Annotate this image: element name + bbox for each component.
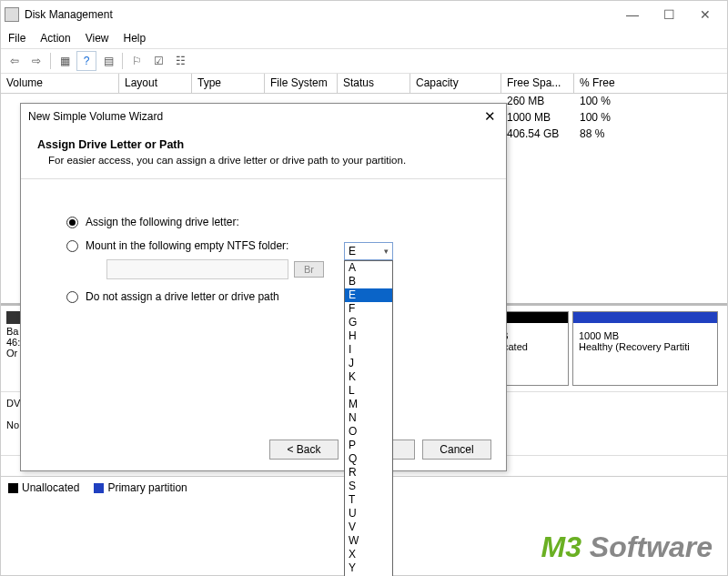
- legend-primary-swatch: [94, 483, 104, 493]
- option-mount-folder[interactable]: Mount in the following empty NTFS folder…: [66, 239, 470, 252]
- help-icon[interactable]: ?: [76, 51, 96, 71]
- drive-letter-option[interactable]: H: [345, 329, 392, 343]
- legend-unallocated-swatch: [8, 483, 18, 493]
- col-filesystem[interactable]: File System: [265, 74, 338, 93]
- partition-recovery[interactable]: 1000 MB Healthy (Recovery Partiti: [572, 311, 718, 386]
- drive-letter-option[interactable]: Q: [345, 452, 392, 466]
- browse-button: Br: [294, 261, 324, 278]
- minimize-button[interactable]: —: [614, 1, 651, 28]
- drive-letter-option[interactable]: P: [345, 439, 392, 452]
- drive-letter-option[interactable]: X: [345, 548, 392, 561]
- window-title: Disk Management: [25, 8, 614, 21]
- forward-icon[interactable]: ⇨: [26, 51, 46, 71]
- wizard-title: New Simple Volume Wizard: [28, 110, 480, 123]
- col-volume[interactable]: Volume: [1, 74, 119, 93]
- drive-letter-option[interactable]: W: [345, 534, 392, 548]
- cell-pctfree: 88 %: [574, 126, 638, 143]
- drive-letter-option[interactable]: V: [345, 520, 392, 534]
- toolbar: ⇦ ⇨ ▦ ? ▤ ⚐ ☑ ☷: [1, 48, 727, 74]
- drive-letter-value: E: [349, 245, 356, 258]
- check-icon[interactable]: ☑: [148, 51, 168, 71]
- cell-freespace: 260 MB: [501, 94, 574, 110]
- titlebar: Disk Management — ☐ ✕: [1, 1, 727, 28]
- col-pctfree[interactable]: % Free: [574, 74, 727, 93]
- app-icon: [5, 7, 19, 22]
- watermark: M3 Software: [541, 531, 713, 564]
- properties-icon[interactable]: ▤: [98, 51, 118, 71]
- option-assign-letter[interactable]: Assign the following drive letter:: [66, 216, 470, 228]
- back-button[interactable]: < Back: [269, 440, 339, 460]
- action-icon[interactable]: ⚐: [126, 51, 147, 71]
- col-status[interactable]: Status: [338, 74, 410, 93]
- wizard-close-button[interactable]: ✕: [480, 108, 499, 125]
- col-freespace[interactable]: Free Spa...: [501, 74, 574, 93]
- menu-file[interactable]: File: [8, 32, 25, 45]
- volume-grid-header: Volume Layout Type File System Status Ca…: [1, 74, 727, 94]
- drive-letter-option[interactable]: S: [345, 480, 392, 493]
- wizard-heading: Assign Drive Letter or Path: [37, 138, 490, 151]
- back-icon[interactable]: ⇦: [5, 51, 25, 71]
- drive-letter-option[interactable]: Y: [345, 561, 392, 575]
- new-volume-wizard: New Simple Volume Wizard ✕ Assign Drive …: [20, 103, 507, 471]
- menu-action[interactable]: Action: [40, 32, 70, 45]
- drive-letter-option[interactable]: E: [345, 288, 392, 302]
- cancel-button[interactable]: Cancel: [422, 440, 491, 460]
- wizard-subtext: For easier access, you can assign a driv…: [37, 155, 490, 166]
- drive-letter-option[interactable]: J: [345, 357, 392, 370]
- cell-pctfree: 100 %: [574, 94, 638, 110]
- drive-letter-option[interactable]: G: [345, 316, 392, 329]
- drive-letter-option[interactable]: R: [345, 466, 392, 480]
- list-icon[interactable]: ☷: [170, 51, 190, 71]
- menu-view[interactable]: View: [86, 32, 109, 45]
- radio-icon[interactable]: [66, 217, 78, 228]
- drive-letter-dropdown[interactable]: ABEFGHIJKLMNOPQRSTUVWXYZ: [344, 260, 393, 576]
- drive-letter-option[interactable]: B: [345, 275, 392, 288]
- col-layout[interactable]: Layout: [119, 74, 192, 93]
- menu-help[interactable]: Help: [124, 32, 147, 45]
- drive-letter-option[interactable]: F: [345, 302, 392, 316]
- menubar: File Action View Help: [1, 28, 727, 48]
- drive-letter-option[interactable]: T: [345, 493, 392, 507]
- radio-icon[interactable]: [66, 291, 78, 303]
- close-button[interactable]: ✕: [687, 1, 723, 28]
- drive-letter-option[interactable]: A: [345, 261, 392, 275]
- radio-icon[interactable]: [66, 240, 78, 252]
- maximize-button[interactable]: ☐: [651, 1, 687, 28]
- col-type[interactable]: Type: [192, 74, 265, 93]
- refresh-icon[interactable]: ▦: [55, 51, 75, 71]
- cell-pctfree: 100 %: [574, 110, 638, 126]
- cell-freespace: 1000 MB: [501, 110, 574, 126]
- mount-folder-input: [106, 259, 288, 279]
- drive-letter-option[interactable]: M: [345, 398, 392, 411]
- drive-letter-select[interactable]: E ▾: [344, 242, 393, 260]
- col-capacity[interactable]: Capacity: [410, 74, 501, 93]
- option-no-assign[interactable]: Do not assign a drive letter or drive pa…: [66, 290, 470, 303]
- cell-freespace: 406.54 GB: [501, 126, 574, 143]
- drive-letter-option[interactable]: O: [345, 425, 392, 439]
- drive-letter-option[interactable]: K: [345, 370, 392, 384]
- chevron-down-icon: ▾: [384, 247, 389, 256]
- drive-letter-option[interactable]: L: [345, 384, 392, 398]
- drive-letter-option[interactable]: I: [345, 343, 392, 357]
- drive-letter-option[interactable]: U: [345, 507, 392, 520]
- drive-letter-option[interactable]: N: [345, 411, 392, 425]
